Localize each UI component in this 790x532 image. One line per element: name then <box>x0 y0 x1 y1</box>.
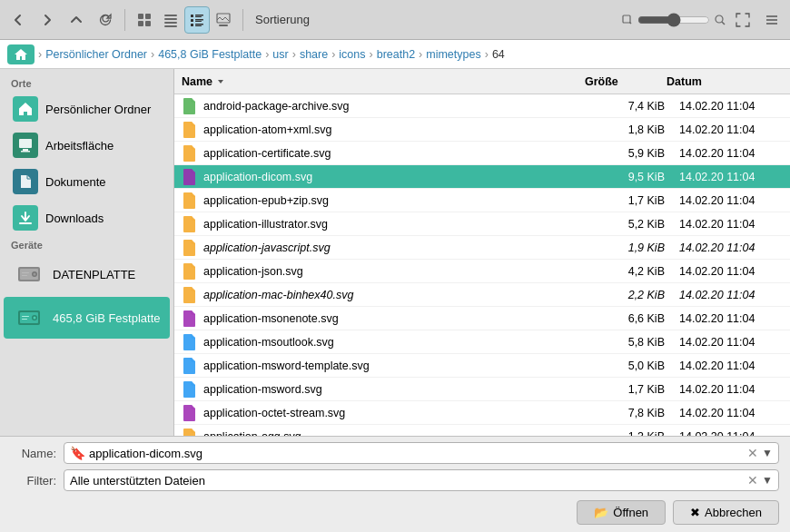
svg-rect-10 <box>195 16 202 17</box>
svg-rect-28 <box>21 151 30 153</box>
table-row[interactable]: application-msword-template.svg5,0 KiB14… <box>174 354 790 378</box>
table-row[interactable]: application-msword.svg1,7 KiB14.02.20 11… <box>174 378 790 401</box>
table-row[interactable]: android-package-archive.svg7,4 KiB14.02.… <box>174 94 790 118</box>
breadcrumb-item-home[interactable]: Persönlicher Ordner <box>45 48 147 61</box>
file-icon <box>182 310 198 327</box>
table-row[interactable]: application-octet-stream.svg7,8 KiB14.02… <box>174 401 790 425</box>
breadcrumb-item-breath2[interactable]: breath2 <box>377 48 415 61</box>
up-button[interactable] <box>64 6 89 34</box>
file-name: android-package-archive.svg <box>203 100 350 113</box>
table-row[interactable]: application-json.svg4,2 KiB14.02.20 11:0… <box>174 260 790 283</box>
svg-rect-19 <box>623 15 630 23</box>
cancel-icon: ✖ <box>690 506 700 519</box>
toolbar: Sortierung <box>0 0 790 40</box>
file-date: 14.02.20 11:04 <box>672 169 790 185</box>
file-date: 14.02.20 11:04 <box>672 145 790 162</box>
filter-dropdown-arrow[interactable]: ▼ <box>762 474 773 487</box>
svg-rect-18 <box>219 25 228 26</box>
clear-name-icon[interactable]: ✕ <box>747 446 758 460</box>
breadcrumb-item-drive[interactable]: 465,8 GiB Festplatte <box>158 48 262 61</box>
file-size: 7,8 KiB <box>590 405 672 421</box>
breadcrumb-item-usr[interactable]: usr <box>272 48 288 61</box>
file-size: 4,2 KiB <box>590 263 672 280</box>
file-name: application-illustrator.svg <box>203 218 328 231</box>
view-compact-button[interactable] <box>158 6 183 34</box>
svg-rect-27 <box>23 149 28 151</box>
filter-row: Filter: ✕ ▼ <box>11 469 779 491</box>
file-icon <box>182 405 198 421</box>
cancel-button[interactable]: ✖ Abbrechen <box>673 500 779 525</box>
zoom-in-icon <box>714 14 726 26</box>
sidebar-item-home[interactable]: Persönlicher Ordner <box>4 92 170 126</box>
file-name: application-json.svg <box>203 265 303 278</box>
table-row[interactable]: application-certificate.svg5,9 KiB14.02.… <box>174 142 790 165</box>
breadcrumb-item-mimetypes[interactable]: mimetypes <box>426 48 480 61</box>
file-size: 5,9 KiB <box>590 145 672 162</box>
file-size: 6,6 KiB <box>590 310 672 327</box>
file-name: application-javascript.svg <box>203 241 331 254</box>
file-name: application-epub+zip.svg <box>203 194 329 207</box>
sidebar-item-festplatte[interactable]: 465,8 GiB Festplatte <box>4 297 170 339</box>
svg-rect-14 <box>191 24 193 26</box>
sidebar-item-desktop[interactable]: Arbeitsfläche <box>4 128 170 163</box>
file-name: application-msonenote.svg <box>203 312 339 325</box>
breadcrumb-item-share[interactable]: share <box>300 48 328 61</box>
filter-input[interactable] <box>70 474 744 488</box>
table-row[interactable]: application-epub+zip.svg1,7 KiB14.02.20 … <box>174 189 790 212</box>
col-size-header[interactable]: Größe <box>578 72 659 92</box>
file-size: 7,4 KiB <box>590 98 672 114</box>
sidebar-item-datenplatte[interactable]: DATENPLATTE <box>4 253 170 295</box>
open-label: Öffnen <box>613 506 648 519</box>
file-size: 1,3 KiB <box>590 429 672 437</box>
table-row[interactable]: application-ogg.svg1,3 KiB14.02.20 11:04 <box>174 425 790 436</box>
breadcrumb-item-64: 64 <box>492 48 505 61</box>
home-breadcrumb[interactable] <box>7 44 35 64</box>
col-name-header[interactable]: Name <box>174 72 578 92</box>
file-name: application-octet-stream.svg <box>203 407 345 419</box>
name-label: Name: <box>11 447 56 460</box>
sidebar-item-desktop-label: Arbeitsfläche <box>45 139 114 153</box>
table-row[interactable]: application-javascript.svg1,9 KiB14.02.2… <box>174 236 790 260</box>
table-row[interactable]: application-msonenote.svg6,6 KiB14.02.20… <box>174 307 790 330</box>
table-row[interactable]: application-msoutlook.svg5,8 KiB14.02.20… <box>174 330 790 354</box>
back-button[interactable] <box>5 6 31 34</box>
datenplatte-icon <box>13 258 45 291</box>
file-date: 14.02.20 11:04 <box>672 287 790 303</box>
file-size: 5,8 KiB <box>590 334 672 350</box>
view-details-button[interactable] <box>184 6 210 34</box>
name-input[interactable] <box>89 447 744 460</box>
breadcrumb-item-icons[interactable]: icons <box>339 48 365 61</box>
zoom-slider[interactable] <box>637 13 710 27</box>
col-date-header[interactable]: Datum <box>659 72 777 92</box>
sidebar: Orte Persönlicher Ordner Arbeitsfläche D… <box>0 69 174 436</box>
clear-filter-icon[interactable]: ✕ <box>747 473 758 488</box>
view-preview-button[interactable] <box>211 6 236 34</box>
table-row[interactable]: application-illustrator.svg5,2 KiB14.02.… <box>174 212 790 236</box>
file-icon <box>182 216 198 232</box>
toolbar-separator <box>124 9 125 31</box>
sidebar-item-downloads[interactable]: Downloads <box>4 201 170 235</box>
svg-point-39 <box>34 317 36 320</box>
file-size: 1,7 KiB <box>590 381 672 398</box>
open-button[interactable]: 📂 Öffnen <box>577 500 666 525</box>
sidebar-item-documents[interactable]: Dokumente <box>4 164 170 199</box>
table-row[interactable]: application-dicom.svg9,5 KiB14.02.20 11:… <box>174 165 790 189</box>
svg-rect-2 <box>138 21 143 26</box>
reload-button[interactable] <box>93 6 118 34</box>
fullscreen-button[interactable] <box>730 6 755 34</box>
menu-button[interactable] <box>759 6 785 34</box>
svg-point-33 <box>34 273 36 276</box>
file-icon <box>182 122 198 138</box>
file-size: 5,0 KiB <box>590 358 672 374</box>
view-icons-button[interactable] <box>132 6 157 34</box>
file-list-body[interactable]: android-package-archive.svg7,4 KiB14.02.… <box>174 94 790 436</box>
file-icon <box>182 429 198 437</box>
file-size: 9,5 KiB <box>590 169 672 185</box>
table-row[interactable]: application-atom+xml.svg1,8 KiB14.02.20 … <box>174 118 790 142</box>
table-row[interactable]: application-mac-binhex40.svg2,2 KiB14.02… <box>174 283 790 307</box>
svg-rect-8 <box>191 15 193 17</box>
svg-rect-5 <box>164 18 177 20</box>
name-dropdown-arrow[interactable]: ▼ <box>762 447 773 459</box>
forward-button[interactable] <box>35 6 60 34</box>
breadcrumb: › Persönlicher Ordner › 465,8 GiB Festpl… <box>0 40 790 69</box>
